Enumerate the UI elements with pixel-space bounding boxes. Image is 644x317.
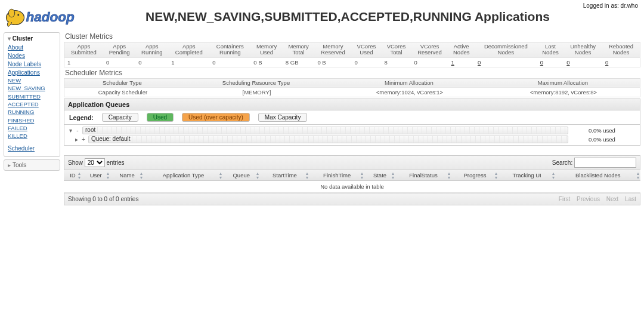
sidebar-item-node-labels[interactable]: Node Labels bbox=[8, 61, 41, 67]
col-header[interactable]: Queue▴▾ bbox=[223, 170, 260, 181]
sort-icon: ▴▾ bbox=[219, 171, 222, 180]
queue-default-used: 0.0% used bbox=[589, 136, 636, 143]
sort-icon: ▴▾ bbox=[392, 171, 394, 180]
sort-icon: ▴▾ bbox=[78, 171, 80, 180]
login-info: Logged in as: dr.who bbox=[583, 2, 638, 9]
sidebar-item-finished[interactable]: FINISHED bbox=[8, 117, 34, 124]
sidebar-item-failed[interactable]: FAILED bbox=[8, 125, 27, 131]
cm-header: MemoryUsed bbox=[250, 42, 283, 58]
app-queues-heading: Application Queues bbox=[64, 99, 640, 110]
cm-value: 0 bbox=[103, 57, 135, 67]
collapse-icon[interactable]: ▾ bbox=[68, 127, 73, 134]
col-header[interactable]: StartTime▴▾ bbox=[260, 170, 309, 181]
cm-value[interactable]: 0 bbox=[475, 57, 537, 67]
cm-header: ContainersRunning bbox=[209, 42, 250, 58]
pager-last[interactable]: Last bbox=[625, 196, 636, 202]
cm-value: 8 bbox=[381, 57, 411, 67]
cm-header: DecommissionedNodes bbox=[475, 42, 537, 58]
cm-value: 0 B bbox=[314, 57, 351, 67]
cm-value: 0 bbox=[351, 57, 381, 67]
queues-tree: ▾ - root 0.0% used ▸ + Queue: default 0.… bbox=[64, 125, 640, 146]
cm-value: 8 GB bbox=[283, 57, 315, 67]
col-header[interactable]: Name▴▾ bbox=[110, 170, 144, 181]
sidebar-item-applications[interactable]: Applications bbox=[8, 69, 40, 76]
sidebar-item-submitted[interactable]: SUBMITTED bbox=[8, 93, 41, 100]
cm-header: AppsCompleted bbox=[168, 42, 209, 58]
queue-root-used: 0.0% used bbox=[589, 127, 636, 134]
queue-row-root[interactable]: ▾ - root 0.0% used bbox=[64, 126, 640, 135]
expand-icon[interactable]: ▸ bbox=[74, 136, 79, 143]
sidebar-item-new-saving[interactable]: NEW_SAVING bbox=[8, 85, 45, 91]
cm-header: RebootedNodes bbox=[602, 42, 640, 58]
cm-value[interactable]: 1 bbox=[448, 57, 475, 67]
col-header[interactable]: User▴▾ bbox=[82, 170, 110, 181]
pager-prev[interactable]: Previous bbox=[577, 196, 600, 202]
sm-header: Scheduler Type bbox=[64, 78, 180, 87]
sm-value: [MEMORY] bbox=[180, 88, 332, 97]
sidebar-item-running[interactable]: RUNNING bbox=[8, 109, 34, 115]
sort-icon: ▴▾ bbox=[552, 171, 555, 180]
cm-value[interactable]: 0 bbox=[537, 57, 564, 67]
sidebar-item-scheduler[interactable]: Scheduler bbox=[8, 145, 35, 152]
sidebar-item-about[interactable]: About bbox=[8, 44, 23, 51]
cm-value: 0 bbox=[135, 57, 168, 67]
svg-point-1 bbox=[17, 14, 19, 16]
legend-over: Used (over capacity) bbox=[182, 113, 250, 122]
cm-value: 1 bbox=[64, 57, 103, 67]
svg-text:hadoop: hadoop bbox=[26, 10, 75, 24]
cm-value[interactable]: 0 bbox=[564, 57, 602, 67]
cm-value: 0 B bbox=[250, 57, 283, 67]
sidebar-tools[interactable]: ▸Tools bbox=[4, 159, 60, 171]
cm-header: AppsSubmitted bbox=[64, 42, 103, 58]
col-header[interactable]: Progress▴▾ bbox=[451, 170, 498, 181]
col-header[interactable]: ID▴▾ bbox=[64, 170, 82, 181]
sort-icon: ▴▾ bbox=[448, 171, 450, 180]
col-header[interactable]: Tracking UI▴▾ bbox=[499, 170, 556, 181]
scheduler-metrics-heading: Scheduler Metrics bbox=[65, 69, 640, 77]
col-header[interactable]: State▴▾ bbox=[364, 170, 395, 181]
legend-capacity: Capacity bbox=[102, 113, 138, 122]
sort-icon: ▴▾ bbox=[256, 171, 259, 180]
empty-row: No data available in table bbox=[64, 181, 640, 193]
sidebar-item-new[interactable]: NEW bbox=[8, 77, 21, 84]
sort-icon: ▴▾ bbox=[637, 171, 639, 180]
search-input[interactable] bbox=[574, 158, 636, 168]
cluster-metrics-table: AppsSubmittedAppsPendingAppsRunningAppsC… bbox=[64, 42, 640, 67]
pager: First Previous Next Last bbox=[554, 196, 636, 202]
sort-icon: ▴▾ bbox=[495, 171, 497, 180]
header: hadoop NEW,NEW_SAVING,SUBMITTED,ACCEPTED… bbox=[0, 0, 644, 30]
cm-header: VCoresReserved bbox=[411, 42, 448, 58]
cm-header: MemoryTotal bbox=[283, 42, 315, 58]
cm-value: 1 bbox=[168, 57, 209, 67]
pager-next[interactable]: Next bbox=[606, 196, 619, 202]
sidebar-item-nodes[interactable]: Nodes bbox=[8, 53, 25, 59]
col-header[interactable]: Application Type▴▾ bbox=[144, 170, 222, 181]
cm-header: AppsPending bbox=[103, 42, 135, 58]
cm-header: ActiveNodes bbox=[448, 42, 475, 58]
pager-first[interactable]: First bbox=[559, 196, 570, 202]
entries-select[interactable]: 20 bbox=[85, 158, 105, 167]
col-header[interactable]: FinalStatus▴▾ bbox=[395, 170, 452, 181]
queue-row-default[interactable]: ▸ + Queue: default 0.0% used bbox=[64, 135, 640, 144]
svg-point-2 bbox=[8, 9, 15, 17]
cm-value[interactable]: 0 bbox=[602, 57, 640, 67]
cluster-nav: ▾ Cluster About Nodes Node Labels Applic… bbox=[4, 32, 60, 157]
sidebar-item-killed[interactable]: KILLED bbox=[8, 133, 27, 139]
hadoop-logo[interactable]: hadoop bbox=[4, 4, 111, 30]
cm-header: AppsRunning bbox=[135, 42, 168, 58]
cm-header: UnhealthyNodes bbox=[564, 42, 602, 58]
table-controls: Show 20 entries Search: bbox=[64, 155, 640, 170]
login-user: dr.who bbox=[621, 2, 638, 9]
sm-header: Minimum Allocation bbox=[332, 78, 486, 87]
col-header[interactable]: Blacklisted Nodes▴▾ bbox=[556, 170, 640, 181]
sidebar-item-accepted[interactable]: ACCEPTED bbox=[8, 101, 39, 107]
legend-max: Max Capacity bbox=[258, 113, 308, 122]
sm-value: <memory:1024, vCores:1> bbox=[332, 88, 486, 97]
sort-icon: ▴▾ bbox=[107, 171, 109, 180]
cm-header: VCoresTotal bbox=[381, 42, 411, 58]
sort-icon: ▴▾ bbox=[361, 171, 363, 180]
table-info: Showing 0 to 0 of 0 entries bbox=[68, 196, 138, 202]
legend-used: Used bbox=[147, 113, 174, 122]
cm-header: LostNodes bbox=[537, 42, 564, 58]
col-header[interactable]: FinishTime▴▾ bbox=[309, 170, 364, 181]
